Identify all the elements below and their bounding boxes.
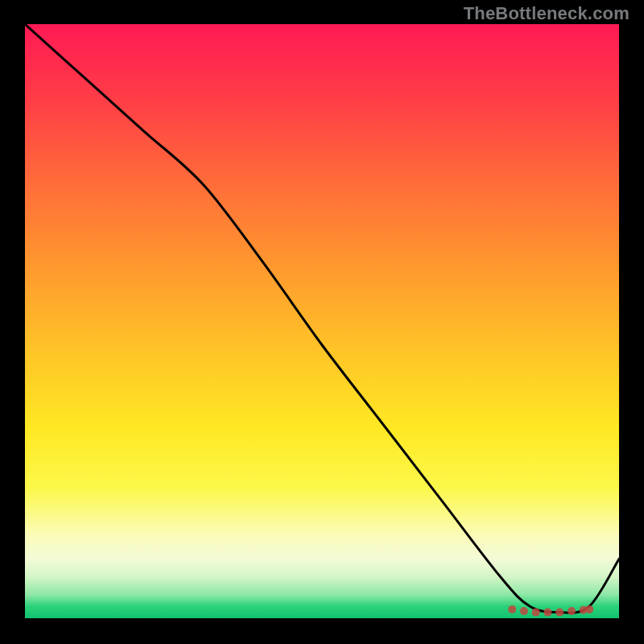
marker-dot <box>532 609 540 617</box>
marker-dot <box>520 607 528 615</box>
marker-dot <box>585 605 593 613</box>
marker-dot <box>508 605 516 613</box>
marker-dot <box>543 609 551 617</box>
watermark-text: TheBottleneck.com <box>464 3 630 24</box>
plot-area <box>25 24 619 618</box>
chart-root: TheBottleneck.com <box>0 0 644 644</box>
bottleneck-curve-line <box>25 24 619 613</box>
curve-svg <box>25 24 619 618</box>
marker-dot <box>555 609 564 617</box>
optimal-range-markers <box>508 605 593 617</box>
marker-dot <box>568 607 576 615</box>
